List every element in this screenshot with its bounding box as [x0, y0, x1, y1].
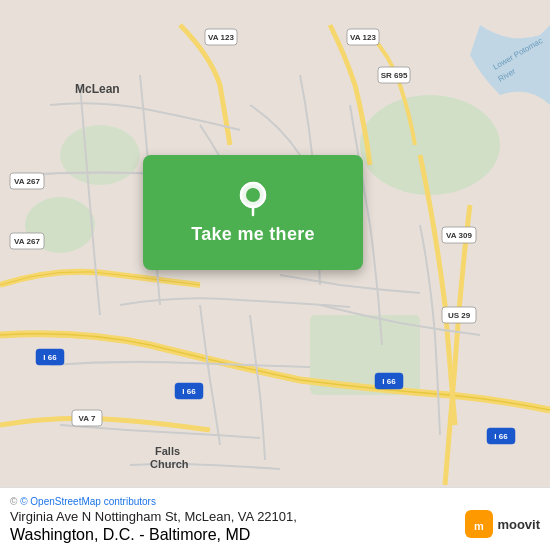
map-svg: Lower Potomac River: [0, 0, 550, 550]
svg-text:Falls: Falls: [155, 445, 180, 457]
take-me-there-button[interactable]: Take me there: [191, 224, 315, 245]
moovit-text: moovit: [497, 517, 540, 532]
city-line: Washington, D.C. - Baltimore, MD: [10, 526, 540, 544]
location-pin-icon: [234, 180, 272, 218]
svg-point-34: [246, 188, 260, 202]
svg-text:VA 123: VA 123: [208, 33, 234, 42]
moovit-icon: m: [465, 510, 493, 538]
svg-text:McLean: McLean: [75, 82, 120, 96]
svg-text:Church: Church: [150, 458, 189, 470]
address-text: Virginia Ave N Nottingham St, McLean, VA…: [10, 509, 297, 524]
copyright-line: © © OpenStreetMap contributors: [10, 496, 540, 507]
location-card: Take me there: [143, 155, 363, 270]
svg-text:I 66: I 66: [494, 432, 508, 441]
copyright-symbol: ©: [10, 496, 17, 507]
svg-text:I 66: I 66: [43, 353, 57, 362]
svg-text:m: m: [474, 520, 484, 532]
osm-link[interactable]: © OpenStreetMap contributors: [20, 496, 156, 507]
svg-text:SR 695: SR 695: [381, 71, 408, 80]
moovit-logo: m moovit: [465, 510, 540, 538]
svg-text:US 29: US 29: [448, 311, 471, 320]
svg-text:VA 123: VA 123: [350, 33, 376, 42]
address-line: Virginia Ave N Nottingham St, McLean, VA…: [10, 509, 540, 524]
svg-text:I 66: I 66: [382, 377, 396, 386]
city-text: Washington, D.C. - Baltimore, MD: [10, 526, 250, 543]
svg-text:VA 7: VA 7: [79, 414, 96, 423]
map-container: Lower Potomac River: [0, 0, 550, 550]
svg-text:VA 267: VA 267: [14, 177, 40, 186]
svg-point-2: [360, 95, 500, 195]
svg-text:VA 309: VA 309: [446, 231, 472, 240]
svg-text:VA 267: VA 267: [14, 237, 40, 246]
svg-point-5: [60, 125, 140, 185]
svg-text:I 66: I 66: [182, 387, 196, 396]
